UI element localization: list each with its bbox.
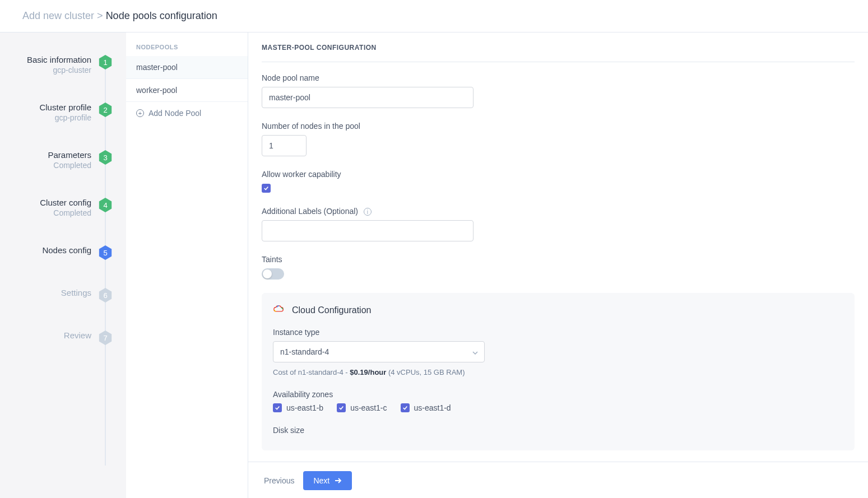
step-badge: 2 [98,103,113,117]
taints-toggle[interactable] [262,268,284,280]
nodepool-item[interactable]: master-pool [126,56,248,79]
step-2[interactable]: Cluster profile gcp-profile 2 [0,103,126,122]
step-title: Parameters [48,150,91,160]
zone-checkbox[interactable] [337,403,346,412]
instance-cost-info: Cost of n1-standard-4 - $0.19/hour (4 vC… [273,368,843,376]
zone-checkbox-item[interactable]: us-east1-c [337,403,387,412]
zone-checkbox-item[interactable]: us-east1-b [273,403,323,412]
step-6[interactable]: Settings 6 [0,288,126,302]
cloud-config-title: Cloud Configuration [292,305,371,315]
step-badge: 5 [98,245,113,260]
footer-bar: Previous Next [248,462,868,498]
step-subtitle: Completed [48,161,91,170]
additional-labels-input[interactable] [262,220,474,241]
breadcrumb: Add new cluster > Node pools configurati… [22,10,846,22]
step-subtitle: Completed [40,208,91,217]
gcp-cloud-icon [273,304,285,317]
nodepool-item[interactable]: worker-pool [126,79,248,102]
step-badge: 7 [98,331,113,345]
taints-label: Taints [262,255,855,264]
stepper-line [105,66,106,466]
form-panel: MASTER-POOL CONFIGURATION Node pool name… [248,32,868,498]
breadcrumb-parent[interactable]: Add new cluster [22,10,94,21]
step-title: Cluster config [40,198,91,207]
check-icon [263,185,269,191]
zone-label: us-east1-b [286,403,323,412]
zone-checkbox[interactable] [273,403,282,412]
zone-label: us-east1-d [414,403,451,412]
divider [262,62,855,62]
zone-label: us-east1-c [350,403,387,412]
step-title: Settings [61,288,91,297]
step-badge: 3 [98,150,113,165]
instance-type-label: Instance type [273,328,843,337]
allow-worker-checkbox[interactable] [262,184,271,193]
toggle-knob [263,269,272,278]
next-button[interactable]: Next [303,471,352,490]
instance-type-select[interactable]: n1-standard-4 [273,341,485,362]
node-count-label: Number of nodes in the pool [262,122,855,131]
pool-name-label: Node pool name [262,73,855,82]
step-badge: 6 [98,288,113,302]
arrow-right-icon [334,477,342,485]
additional-labels-label: Additional Labels (Optional) i [262,207,855,216]
step-title: Cluster profile [39,103,91,112]
nodepools-panel: NODEPOOLS master-poolworker-pool + Add N… [126,32,248,498]
nodepools-header: NODEPOOLS [126,32,248,56]
previous-button[interactable]: Previous [262,472,296,490]
pool-name-input[interactable] [262,87,474,108]
cloud-config-section: Cloud Configuration Instance type n1-sta… [262,293,855,450]
page-header: Add new cluster > Node pools configurati… [0,0,868,32]
plus-circle-icon: + [136,109,144,117]
disk-size-label: Disk size [273,426,843,435]
step-title: Basic information [27,55,91,64]
add-nodepool-label: Add Node Pool [148,109,201,118]
allow-worker-label: Allow worker capability [262,170,855,179]
check-icon [275,405,280,411]
step-title: Nodes config [42,245,91,255]
add-nodepool-button[interactable]: + Add Node Pool [126,102,248,124]
check-icon [402,405,408,411]
breadcrumb-current: Node pools configuration [106,10,217,21]
step-4[interactable]: Cluster config Completed 4 [0,198,126,217]
step-5[interactable]: Nodes config 5 [0,245,126,260]
config-title: MASTER-POOL CONFIGURATION [262,44,855,52]
step-badge: 4 [98,198,113,212]
zone-checkbox[interactable] [401,403,410,412]
step-subtitle: gcp-profile [39,113,91,122]
zone-checkbox-item[interactable]: us-east1-d [401,403,451,412]
check-icon [338,405,344,411]
info-icon[interactable]: i [364,208,372,216]
step-title: Review [64,331,91,340]
step-badge: 1 [98,55,113,69]
step-3[interactable]: Parameters Completed 3 [0,150,126,170]
step-1[interactable]: Basic information gcp-cluster 1 [0,55,126,75]
breadcrumb-separator: > [97,10,103,21]
wizard-stepper: Basic information gcp-cluster 1 Cluster … [0,32,126,498]
node-count-input[interactable] [262,135,307,156]
zones-label: Availability zones [273,390,843,399]
step-7[interactable]: Review 7 [0,331,126,345]
step-subtitle: gcp-cluster [27,66,91,75]
